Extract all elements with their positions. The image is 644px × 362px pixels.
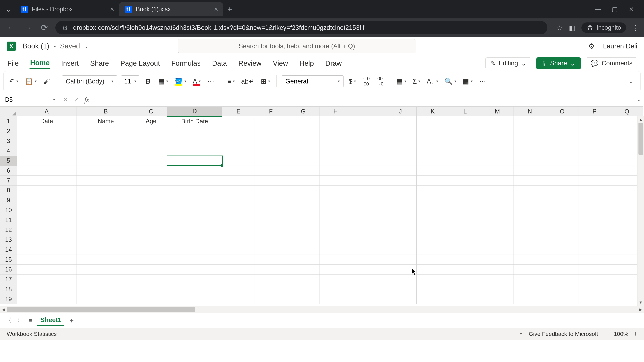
- cell-L7[interactable]: [449, 176, 481, 186]
- cell-O17[interactable]: [546, 275, 578, 284]
- horizontal-scrollbar[interactable]: ◀ ▶: [0, 306, 644, 313]
- cell-E8[interactable]: [222, 186, 255, 195]
- cell-F18[interactable]: [255, 284, 287, 294]
- cell-E7[interactable]: [222, 176, 255, 186]
- cell-D13[interactable]: [167, 235, 222, 245]
- cell-C7[interactable]: [135, 176, 167, 186]
- cell-P15[interactable]: [578, 255, 611, 265]
- tab-insert[interactable]: Insert: [60, 58, 79, 69]
- cell-J12[interactable]: [384, 225, 416, 235]
- cell-G7[interactable]: [287, 176, 320, 186]
- cell-D5[interactable]: [167, 156, 222, 166]
- cell-O1[interactable]: [546, 116, 578, 126]
- bookmark-icon[interactable]: ☆: [556, 24, 563, 32]
- cell-E2[interactable]: [222, 126, 255, 136]
- cell-J10[interactable]: [384, 205, 416, 215]
- cell-M1[interactable]: [481, 116, 514, 126]
- minimize-button[interactable]: —: [593, 5, 603, 13]
- select-all-corner[interactable]: [0, 107, 17, 116]
- cell-M2[interactable]: [481, 126, 514, 136]
- cell-D11[interactable]: [167, 215, 222, 225]
- cell-G17[interactable]: [287, 275, 320, 284]
- side-panel-icon[interactable]: ◧: [569, 24, 576, 32]
- cell-F6[interactable]: [255, 166, 287, 176]
- cell-D6[interactable]: [167, 166, 222, 176]
- cell-I7[interactable]: [352, 176, 384, 186]
- cell-E1[interactable]: [222, 116, 255, 126]
- browser-tab[interactable]: Book (1).xlsx ×: [119, 2, 223, 16]
- cell-O16[interactable]: [546, 265, 578, 275]
- cell-A18[interactable]: [17, 284, 76, 294]
- cell-N5[interactable]: [514, 156, 546, 166]
- cell-G12[interactable]: [287, 225, 320, 235]
- cancel-formula-icon[interactable]: ✕: [63, 96, 68, 104]
- settings-icon[interactable]: ⚙: [588, 42, 594, 50]
- number-format-select[interactable]: General▾: [282, 75, 344, 87]
- sheet-tab[interactable]: Sheet1: [38, 315, 64, 326]
- column-header[interactable]: H: [320, 107, 352, 116]
- cell-N4[interactable]: [514, 146, 546, 156]
- cell-L11[interactable]: [449, 215, 481, 225]
- tab-share[interactable]: Share: [90, 58, 110, 69]
- cell-P19[interactable]: [578, 294, 611, 304]
- cell-G2[interactable]: [287, 126, 320, 136]
- cell-F17[interactable]: [255, 275, 287, 284]
- cell-L6[interactable]: [449, 166, 481, 176]
- collapse-ribbon-icon[interactable]: ⌄: [629, 78, 636, 84]
- cell-E5[interactable]: [222, 156, 255, 166]
- undo-button[interactable]: ↶▾: [8, 75, 20, 87]
- cell-B5[interactable]: [76, 156, 135, 166]
- cell-K8[interactable]: [416, 186, 449, 195]
- cell-N1[interactable]: [514, 116, 546, 126]
- row-header[interactable]: 17: [0, 275, 17, 284]
- scroll-down-icon[interactable]: ▼: [638, 299, 644, 306]
- cell-I10[interactable]: [352, 205, 384, 215]
- sort-filter-button[interactable]: A↓▾: [425, 75, 440, 87]
- cell-F15[interactable]: [255, 255, 287, 265]
- cell-P8[interactable]: [578, 186, 611, 195]
- decrease-decimal-button[interactable]: .00→0: [375, 75, 385, 87]
- row-header[interactable]: 15: [0, 255, 17, 265]
- cell-N3[interactable]: [514, 136, 546, 146]
- cell-I2[interactable]: [352, 126, 384, 136]
- cell-H3[interactable]: [320, 136, 352, 146]
- cell-G19[interactable]: [287, 294, 320, 304]
- row-header[interactable]: 9: [0, 195, 17, 205]
- cell-A1[interactable]: Date: [17, 116, 76, 126]
- cell-B3[interactable]: [76, 136, 135, 146]
- cell-J1[interactable]: [384, 116, 416, 126]
- cell-P5[interactable]: [578, 156, 611, 166]
- cell-C10[interactable]: [135, 205, 167, 215]
- cell-L1[interactable]: [449, 116, 481, 126]
- row-header[interactable]: 1: [0, 116, 17, 126]
- cell-D10[interactable]: [167, 205, 222, 215]
- forward-button[interactable]: →: [22, 22, 34, 33]
- cell-B8[interactable]: [76, 186, 135, 195]
- cell-E4[interactable]: [222, 146, 255, 156]
- cell-N16[interactable]: [514, 265, 546, 275]
- cell-G14[interactable]: [287, 245, 320, 255]
- cell-M5[interactable]: [481, 156, 514, 166]
- cell-G3[interactable]: [287, 136, 320, 146]
- column-header[interactable]: B: [76, 107, 135, 116]
- cell-F13[interactable]: [255, 235, 287, 245]
- cell-M9[interactable]: [481, 195, 514, 205]
- cell-I3[interactable]: [352, 136, 384, 146]
- cell-P7[interactable]: [578, 176, 611, 186]
- cell-G16[interactable]: [287, 265, 320, 275]
- cell-E3[interactable]: [222, 136, 255, 146]
- cell-B11[interactable]: [76, 215, 135, 225]
- cell-B7[interactable]: [76, 176, 135, 186]
- share-button[interactable]: ⇪ Share ⌄: [536, 57, 581, 69]
- cell-G8[interactable]: [287, 186, 320, 195]
- incognito-indicator[interactable]: Incognito: [582, 22, 626, 33]
- cell-D3[interactable]: [167, 136, 222, 146]
- cell-K7[interactable]: [416, 176, 449, 186]
- cell-M6[interactable]: [481, 166, 514, 176]
- cell-N11[interactable]: [514, 215, 546, 225]
- tab-data[interactable]: Data: [211, 58, 228, 69]
- column-header[interactable]: D: [167, 107, 222, 116]
- cell-K11[interactable]: [416, 215, 449, 225]
- cell-A4[interactable]: [17, 146, 76, 156]
- zoom-level[interactable]: 100%: [614, 331, 628, 337]
